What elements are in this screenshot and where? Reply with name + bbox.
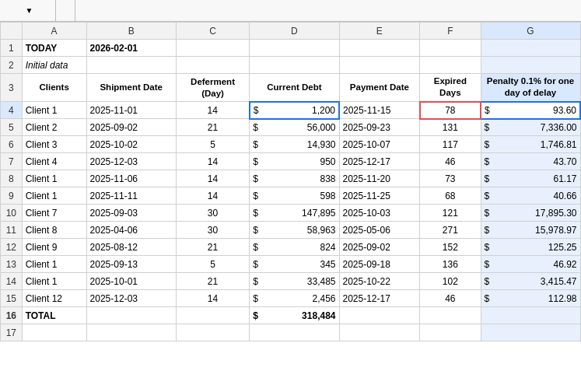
cell-6-D[interactable]: $14,930 [250, 136, 339, 153]
cell-4-C[interactable]: 14 [176, 102, 249, 119]
cell-8-F[interactable]: 73 [420, 170, 481, 187]
cell-3-G[interactable]: Penalty 0.1% for one day of delay [481, 74, 580, 102]
cell-3-C[interactable]: Deferment (Day) [176, 74, 249, 102]
cell-5-D[interactable]: $56,000 [250, 119, 339, 136]
cell-10-G[interactable]: $17,895.30 [481, 205, 580, 222]
cell-8-D[interactable]: $838 [250, 170, 339, 187]
cell-9-G[interactable]: $40.66 [481, 187, 580, 205]
cell-11-A[interactable]: Client 8 [22, 222, 86, 239]
cell-4-B[interactable]: 2025-11-01 [86, 102, 176, 119]
cell-16-C[interactable] [176, 307, 249, 324]
cell-4-E[interactable]: 2025-11-15 [339, 102, 420, 119]
cell-11-B[interactable]: 2025-04-06 [86, 222, 176, 239]
cell-14-A[interactable]: Client 1 [22, 273, 86, 290]
cell-6-C[interactable]: 5 [176, 136, 249, 153]
cell-8-E[interactable]: 2025-11-20 [339, 170, 420, 187]
cell-16-D[interactable]: $318,484 [250, 307, 339, 324]
cell-14-E[interactable]: 2025-10-22 [339, 273, 420, 290]
cell-1-A[interactable]: TODAY [22, 40, 86, 57]
cell-3-A[interactable]: Clients [22, 74, 86, 102]
cell-12-G[interactable]: $125.25 [481, 239, 580, 256]
cell-13-A[interactable]: Client 1 [22, 256, 86, 273]
cell-15-E[interactable]: 2025-12-17 [339, 290, 420, 307]
cell-1-F[interactable] [420, 40, 481, 57]
cell-12-A[interactable]: Client 9 [22, 239, 86, 256]
cell-13-E[interactable]: 2025-09-18 [339, 256, 420, 273]
cell-15-D[interactable]: $2,456 [250, 290, 339, 307]
cell-17-G[interactable] [481, 324, 580, 341]
cell-8-C[interactable]: 14 [176, 170, 249, 187]
cell-12-F[interactable]: 152 [420, 239, 481, 256]
cell-8-B[interactable]: 2025-11-06 [86, 170, 176, 187]
cell-9-C[interactable]: 14 [176, 187, 249, 205]
cell-6-B[interactable]: 2025-10-02 [86, 136, 176, 153]
cell-13-C[interactable]: 5 [176, 256, 249, 273]
cell-1-D[interactable] [250, 40, 339, 57]
cell-6-F[interactable]: 117 [420, 136, 481, 153]
cell-5-B[interactable]: 2025-09-02 [86, 119, 176, 136]
cell-4-F[interactable]: 78 [420, 102, 481, 119]
cell-1-G[interactable] [481, 40, 580, 57]
col-header-g[interactable]: G [481, 23, 580, 40]
cell-5-E[interactable]: 2025-09-23 [339, 119, 420, 136]
col-header-d[interactable]: D [250, 23, 339, 40]
cell-4-A[interactable]: Client 1 [22, 102, 86, 119]
cell-11-C[interactable]: 30 [176, 222, 249, 239]
cell-15-B[interactable]: 2025-12-03 [86, 290, 176, 307]
cell-2-G[interactable] [481, 57, 580, 74]
cell-3-B[interactable]: Shipment Date [86, 74, 176, 102]
cell-10-D[interactable]: $147,895 [250, 205, 339, 222]
cell-6-A[interactable]: Client 3 [22, 136, 86, 153]
cell-16-A[interactable]: TOTAL [22, 307, 86, 324]
cell-11-F[interactable]: 271 [420, 222, 481, 239]
cell-1-E[interactable] [339, 40, 420, 57]
col-header-a[interactable]: A [22, 23, 86, 40]
col-header-b[interactable]: B [86, 23, 176, 40]
cell-14-D[interactable]: $33,485 [250, 273, 339, 290]
cell-9-A[interactable]: Client 1 [22, 187, 86, 205]
cell-17-A[interactable] [22, 324, 86, 341]
cell-12-D[interactable]: $824 [250, 239, 339, 256]
cell-13-D[interactable]: $345 [250, 256, 339, 273]
cell-16-F[interactable] [420, 307, 481, 324]
cell-7-C[interactable]: 14 [176, 153, 249, 170]
cell-17-D[interactable] [250, 324, 339, 341]
cell-10-F[interactable]: 121 [420, 205, 481, 222]
cell-12-B[interactable]: 2025-08-12 [86, 239, 176, 256]
cell-10-C[interactable]: 30 [176, 205, 249, 222]
cell-1-C[interactable] [176, 40, 249, 57]
cell-4-G[interactable]: $93.60 [481, 102, 580, 119]
cell-17-E[interactable] [339, 324, 420, 341]
cell-5-A[interactable]: Client 2 [22, 119, 86, 136]
cell-11-E[interactable]: 2025-05-06 [339, 222, 420, 239]
cell-2-A[interactable]: Initial data [22, 57, 86, 74]
cell-6-E[interactable]: 2025-10-07 [339, 136, 420, 153]
cell-10-B[interactable]: 2025-09-03 [86, 205, 176, 222]
cell-7-E[interactable]: 2025-12-17 [339, 153, 420, 170]
cell-7-F[interactable]: 46 [420, 153, 481, 170]
cell-12-E[interactable]: 2025-09-02 [339, 239, 420, 256]
cell-14-F[interactable]: 102 [420, 273, 481, 290]
cell-16-B[interactable] [86, 307, 176, 324]
cell-9-E[interactable]: 2025-11-25 [339, 187, 420, 205]
dropdown-icon[interactable]: ▼ [26, 6, 33, 15]
cell-15-C[interactable]: 14 [176, 290, 249, 307]
cell-17-B[interactable] [86, 324, 176, 341]
cell-15-F[interactable]: 46 [420, 290, 481, 307]
cell-9-B[interactable]: 2025-11-11 [86, 187, 176, 205]
cell-15-A[interactable]: Client 12 [22, 290, 86, 307]
cell-11-G[interactable]: $15,978.97 [481, 222, 580, 239]
col-header-c[interactable]: C [176, 23, 249, 40]
cell-12-C[interactable]: 21 [176, 239, 249, 256]
cell-7-B[interactable]: 2025-12-03 [86, 153, 176, 170]
col-header-f[interactable]: F [420, 23, 481, 40]
cell-2-F[interactable] [420, 57, 481, 74]
cell-7-D[interactable]: $950 [250, 153, 339, 170]
cell-13-G[interactable]: $46.92 [481, 256, 580, 273]
cell-13-B[interactable]: 2025-09-13 [86, 256, 176, 273]
cell-8-G[interactable]: $61.17 [481, 170, 580, 187]
cell-9-D[interactable]: $598 [250, 187, 339, 205]
cell-2-E[interactable] [339, 57, 420, 74]
cell-10-E[interactable]: 2025-10-03 [339, 205, 420, 222]
cell-7-G[interactable]: $43.70 [481, 153, 580, 170]
